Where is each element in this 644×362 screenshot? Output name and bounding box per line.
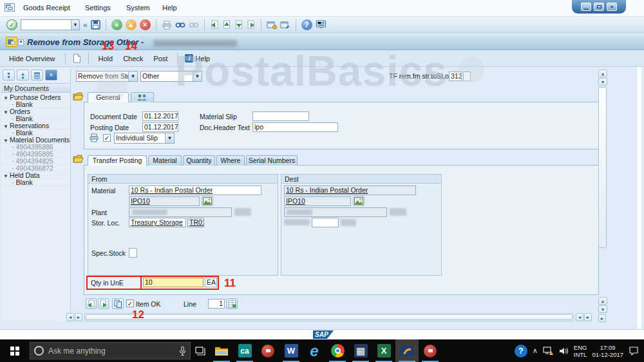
delete-icon[interactable] <box>31 70 43 81</box>
cortana-search[interactable]: Ask me anything <box>30 342 191 359</box>
network-warning-icon[interactable]: ! <box>543 346 554 356</box>
posting-date-field[interactable]: 01.12.2017 <box>142 122 178 132</box>
material-info-icon[interactable] <box>202 196 213 206</box>
from-material-field[interactable]: 10 Rs - Indian Postal Order <box>129 186 261 195</box>
movement-type-field[interactable]: 313 <box>449 71 462 81</box>
expand-all-icon[interactable]: ▼▼ <box>3 70 15 81</box>
qty-unit-field[interactable]: EA <box>205 278 217 287</box>
material-info-icon[interactable] <box>353 196 365 206</box>
scroll-down-icon[interactable]: ▼ <box>598 78 607 86</box>
scroll-up-icon[interactable]: ▲ <box>598 297 607 305</box>
tree-child-item[interactable]: 4904366872 <box>1 165 70 172</box>
tree-child-item[interactable]: Blank <box>1 179 70 186</box>
menu-settings[interactable]: Settings <box>85 4 111 12</box>
first-page-icon[interactable] <box>210 20 219 30</box>
search-icon[interactable] <box>175 21 185 29</box>
hide-overview-button[interactable]: Hide Overview <box>6 53 58 64</box>
reference-select[interactable]: Other▼ <box>140 71 202 82</box>
taskbar-internet-explorer[interactable]: e <box>303 339 326 362</box>
tree-child-item[interactable]: 4904395885 <box>1 151 70 158</box>
scroll-left-icon[interactable]: ◄ <box>576 313 583 321</box>
dest-storloc-field[interactable] <box>312 218 339 227</box>
tree-child-item[interactable]: Blank <box>1 129 70 137</box>
taskbar-calculator[interactable]: ▦ <box>349 339 372 362</box>
scroll-left-icon[interactable]: ◄ <box>66 313 74 321</box>
task-view-button[interactable] <box>191 339 210 362</box>
line-field[interactable]: 1 <box>208 299 225 309</box>
taskbar-sap-gui-active[interactable] <box>395 339 419 362</box>
tab-quantity[interactable]: Quantity <box>183 155 215 166</box>
slip-type-select[interactable]: Individual Slip▼ <box>114 133 175 144</box>
material-slip-field[interactable] <box>252 111 309 121</box>
new-document-icon[interactable] <box>73 53 81 63</box>
last-page-icon[interactable] <box>247 20 256 30</box>
menu-system[interactable]: System <box>126 4 150 12</box>
scroll-right-icon[interactable]: ► <box>598 314 606 322</box>
tree-child-item[interactable]: 4904395886 <box>1 144 70 151</box>
item-detail-icon[interactable] <box>226 298 238 309</box>
collapse-icon[interactable]: « <box>83 21 88 30</box>
tree-item-orders[interactable]: ▼Orders <box>1 108 70 115</box>
new-session-icon[interactable] <box>267 21 277 30</box>
doc-header-text-field[interactable]: ipo <box>252 122 338 132</box>
qty-field[interactable]: 10 <box>143 278 204 287</box>
start-button[interactable] <box>0 339 30 362</box>
dest-material-field[interactable]: 10 Rs - Indian Postal Order <box>284 186 416 195</box>
horizontal-scrollbar[interactable] <box>84 313 574 321</box>
cancel-icon[interactable]: × <box>140 19 151 30</box>
movement-special-field[interactable] <box>463 71 471 81</box>
taskbar-file-explorer[interactable] <box>210 339 233 362</box>
spec-stock-field[interactable] <box>129 248 137 258</box>
customize-layout-icon[interactable] <box>316 20 327 30</box>
teamviewer-help-icon[interactable]: ? <box>515 345 527 357</box>
tab-partner[interactable] <box>131 92 154 102</box>
tab-where[interactable]: Where <box>216 155 245 166</box>
print-checkbox[interactable]: ✓ <box>103 134 111 142</box>
scroll-down-icon[interactable]: ▼ <box>598 305 607 313</box>
minimize-button[interactable]: ▁ <box>581 3 591 11</box>
menu-goods-receipt[interactable]: Goods Receipt <box>23 4 70 12</box>
detail-folder-icon[interactable] <box>73 154 84 164</box>
close-overview-icon[interactable]: × <box>45 70 57 81</box>
restore-button[interactable] <box>594 3 604 11</box>
search-next-icon[interactable] <box>189 21 199 29</box>
taskbar-chrome[interactable] <box>326 339 349 362</box>
taskbar-sap-logon-2[interactable] <box>419 339 442 362</box>
next-page-icon[interactable] <box>234 20 243 30</box>
tree-child-item[interactable]: Blank <box>1 115 70 122</box>
action-select[interactable]: Remove from Stora..▼ <box>76 71 138 82</box>
vertical-scrollbar[interactable] <box>598 87 607 296</box>
system-menu-icon[interactable] <box>5 3 15 12</box>
menu-help[interactable]: Help <box>162 4 177 12</box>
close-button[interactable]: × <box>607 3 617 11</box>
dest-material-code-field[interactable]: IPO10 <box>284 196 351 206</box>
tree-item-purchase-orders[interactable]: ▼Purchase Orders <box>1 94 70 101</box>
header-folder-icon[interactable] <box>73 91 84 101</box>
previous-page-icon[interactable] <box>222 20 231 30</box>
tab-transfer-posting[interactable]: Transfer Posting <box>88 155 147 166</box>
tray-expand-icon[interactable]: ∧ <box>533 347 538 355</box>
tab-general[interactable]: General <box>88 92 129 102</box>
next-item-icon[interactable] <box>98 298 109 309</box>
microphone-icon[interactable] <box>179 346 186 356</box>
item-ok-checkbox[interactable]: ✓ <box>126 300 134 307</box>
help-button[interactable]: i Help <box>185 54 210 62</box>
tree-item-material-documents[interactable]: ▼Material Documents <box>1 137 70 144</box>
from-material-code-field[interactable]: IPO10 <box>129 196 200 206</box>
scroll-right-icon[interactable]: ► <box>584 313 592 321</box>
check-button[interactable]: Check <box>120 53 146 64</box>
command-dropdown-icon[interactable]: ▼ <box>71 20 79 30</box>
help-icon[interactable]: ? <box>301 19 312 30</box>
post-button[interactable]: Post <box>151 53 170 64</box>
from-storloc-field[interactable]: Treasury Storage <box>129 218 186 227</box>
from-storloc-code-field[interactable]: TR01 <box>187 218 204 227</box>
taskbar-excel[interactable]: X <box>372 339 395 362</box>
clock[interactable]: 17:0901-12-2017 <box>592 344 623 358</box>
language-indicator[interactable]: ENGINTL <box>574 344 587 358</box>
speaker-icon[interactable] <box>559 347 569 356</box>
taskbar-ca-app[interactable]: ca <box>233 339 256 362</box>
copy-item-icon[interactable] <box>112 298 124 309</box>
tree-item-reservations[interactable]: ▼Reservations <box>1 122 70 129</box>
tab-material[interactable]: Material <box>148 155 182 166</box>
tab-serial-numbers[interactable]: Serial Numbers <box>246 155 298 166</box>
